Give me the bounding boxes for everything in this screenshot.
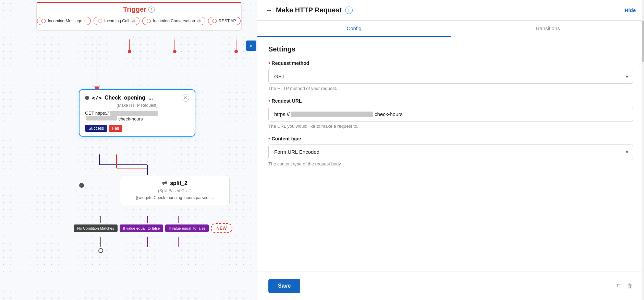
trigger-tab-message[interactable]: Incoming Message 0	[37, 17, 91, 25]
split-node-content: {{widgets.Check_opening_hours.parsed.i..…	[127, 195, 222, 200]
badge-no-condition[interactable]: No Condition Matches	[74, 224, 118, 232]
footer-icons: ⧉ 🗑	[617, 282, 633, 290]
panel-tabs: Config Transitions	[257, 21, 644, 37]
request-method-wrapper: GET POST PUT DELETE PATCH ▾	[268, 69, 633, 84]
panel-footer: Save ⧉ 🗑	[257, 272, 644, 300]
split-node: ⇌ split_2 (Split Based On...) {{widgets.…	[120, 175, 230, 206]
svg-point-7	[234, 50, 238, 53]
trigger-label: Trigger	[123, 5, 146, 13]
badge-false-2[interactable]: If value equal_to false	[165, 224, 209, 232]
req-dot: •	[268, 60, 270, 66]
trigger-tabs: Incoming Message 0 Incoming Call @ Incom…	[45, 17, 233, 25]
trigger-title: Trigger ?	[45, 5, 233, 13]
url-redacted-block	[291, 112, 373, 117]
badge-success[interactable]: Success	[85, 125, 107, 132]
delete-icon[interactable]: 🗑	[627, 282, 633, 290]
panel-content: Settings • Request method GET POST PUT D…	[257, 37, 644, 272]
content-type-hint: The content type of the request body.	[268, 161, 633, 166]
expand-button[interactable]: »	[246, 41, 256, 51]
copy-icon[interactable]: ⧉	[617, 282, 621, 290]
url-method: GET https://	[85, 111, 109, 116]
flow-lines	[0, 0, 257, 300]
condition-badges: No Condition Matches If value equal_to f…	[74, 223, 232, 233]
tab-transitions[interactable]: Transitions	[451, 21, 644, 37]
url-check-hours: check-hours	[375, 111, 403, 117]
content-type-wrapper: Form URL Encoded Application/JSON None ▾	[268, 145, 633, 159]
back-arrow-icon[interactable]: ←	[266, 6, 272, 14]
url-redacted-2	[86, 116, 117, 120]
url-prefix: https://	[274, 111, 290, 117]
badge-new[interactable]: NEW	[211, 223, 232, 233]
panel-title: Make HTTP Request	[276, 6, 342, 14]
check-node-content: GET https:// check-hours	[85, 111, 189, 122]
url-redacted	[110, 111, 158, 116]
tab-circle	[98, 19, 102, 23]
request-method-group: • Request method GET POST PUT DELETE PAT…	[268, 60, 633, 91]
check-node: </> Check_opening_... ✕ (Make HTTP Reque…	[79, 89, 195, 137]
node-dot	[85, 96, 89, 100]
trigger-header: Trigger ? Incoming Message 0 Incoming Ca…	[36, 2, 242, 31]
request-url-label: • Request URL	[268, 98, 633, 104]
tab-circle	[147, 19, 151, 23]
content-type-group: • Content type Form URL Encoded Applicat…	[268, 136, 633, 166]
panel-scrollbar[interactable]	[642, 0, 644, 300]
svg-point-5	[173, 50, 177, 53]
trigger-tab-rest[interactable]: REST AP	[208, 17, 240, 25]
split-node-subtitle: (Split Based On...)	[127, 188, 222, 193]
check-node-close[interactable]: ✕	[182, 94, 189, 102]
tab-circle	[212, 19, 217, 23]
check-node-header: </> Check_opening_... ✕	[85, 94, 189, 102]
tab-conv-label: Incoming Conversation	[153, 19, 195, 23]
node-badges: Success Fail	[85, 125, 189, 132]
req-dot-3: •	[268, 136, 270, 142]
tab-circle	[41, 19, 46, 23]
tab-call-badge: @	[131, 19, 135, 23]
badge-fail[interactable]: Fail	[109, 125, 122, 132]
tab-call-label: Incoming Call	[104, 19, 129, 23]
save-button[interactable]: Save	[268, 279, 300, 293]
settings-heading: Settings	[268, 45, 633, 53]
check-node-icon: </>	[92, 95, 102, 101]
url-suffix: check-hours	[85, 116, 189, 122]
trigger-tab-call[interactable]: Incoming Call @	[94, 17, 139, 25]
svg-point-21	[99, 249, 103, 253]
split-node-header: ⇌ split_2	[127, 180, 222, 187]
info-icon[interactable]: i	[345, 7, 353, 14]
check-node-title: </> Check_opening_...	[85, 95, 153, 101]
content-type-select[interactable]: Form URL Encoded Application/JSON None	[268, 145, 633, 159]
request-method-hint: The HTTP method of your request.	[268, 86, 633, 91]
content-type-label: • Content type	[268, 136, 633, 142]
tab-conv-badge: @	[197, 19, 201, 23]
request-url-input[interactable]: https:// check-hours	[268, 107, 633, 122]
panel-header: ← Make HTTP Request i Hide	[257, 0, 644, 21]
trigger-tab-conversation[interactable]: Incoming Conversation @	[142, 17, 205, 25]
badge-false-1[interactable]: If value equal_to false	[120, 224, 163, 232]
svg-point-3	[128, 50, 131, 53]
svg-point-22	[80, 183, 84, 187]
right-panel: ← Make HTTP Request i Hide Config Transi…	[257, 0, 644, 300]
scrollbar-thumb	[642, 21, 644, 62]
canvas-area: Trigger ? Incoming Message 0 Incoming Ca…	[0, 0, 257, 300]
check-node-subtitle: (Make HTTP Request)	[85, 103, 189, 108]
request-url-hint: The URL you would like to make a request…	[268, 124, 633, 129]
tab-message-badge: 0	[84, 19, 86, 23]
check-node-name: Check_opening_...	[105, 95, 153, 101]
tab-message-label: Incoming Message	[48, 19, 82, 23]
split-icon: ⇌	[162, 180, 167, 187]
tab-rest-label: REST AP	[219, 19, 236, 23]
tab-config[interactable]: Config	[257, 21, 451, 37]
panel-header-left: ← Make HTTP Request i	[266, 6, 353, 14]
request-method-select[interactable]: GET POST PUT DELETE PATCH	[268, 69, 633, 84]
hide-button[interactable]: Hide	[624, 7, 636, 13]
split-node-title: split_2	[170, 180, 187, 186]
req-dot-2: •	[268, 98, 270, 104]
check-hours-text: check-hours	[119, 116, 143, 122]
url-line: GET https://	[85, 111, 189, 116]
request-url-group: • Request URL https:// check-hours The U…	[268, 98, 633, 129]
trigger-help-icon[interactable]: ?	[148, 7, 155, 13]
request-method-label: • Request method	[268, 60, 633, 66]
